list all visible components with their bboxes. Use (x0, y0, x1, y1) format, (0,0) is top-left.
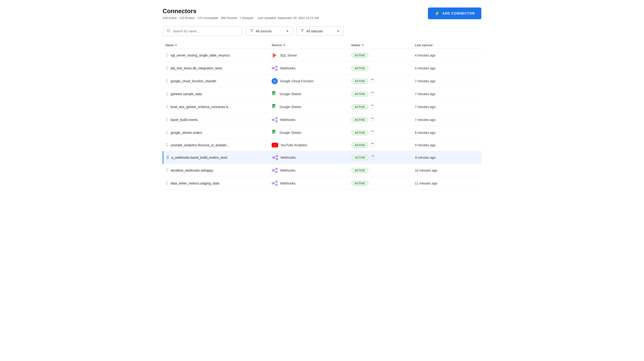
source-name: Webhooks (280, 66, 296, 70)
connector-name: youtube_analytics.ifursova_yt_analytic..… (170, 143, 230, 147)
svg-point-16 (167, 69, 168, 70)
source-name: Webhooks (280, 168, 296, 172)
svg-point-23 (166, 80, 167, 81)
svg-point-108 (272, 182, 274, 184)
add-connector-label: ADD CONNECTOR (442, 12, 475, 15)
row-status-cell: ACTIVE (351, 130, 415, 135)
gsheets-icon (272, 130, 277, 136)
col-last-synced[interactable]: Last synced ↓ (415, 43, 478, 47)
statuses-filter[interactable]: All statuses ▼ (297, 26, 344, 36)
svg-point-32 (167, 92, 168, 92)
table-row[interactable]: sql_server_testing_single_table_resyncs … (163, 49, 481, 62)
col-name[interactable]: Name ⇅ (166, 43, 272, 47)
connector-drag-icon (166, 130, 168, 135)
table-row[interactable]: gsheets.sample_data Google Sheets ACTIVE… (163, 88, 481, 100)
webhooks-icon (272, 117, 278, 123)
status-badge: ACTIVE (351, 117, 369, 122)
add-connector-button[interactable]: ⚡ ADD CONNECTOR (428, 8, 481, 19)
svg-point-104 (166, 184, 167, 184)
svg-line-101 (274, 170, 275, 172)
search-box[interactable] (163, 26, 242, 36)
table-row[interactable]: brad_test_gsheet_schema_connector.b... G… (163, 100, 481, 114)
svg-point-29 (166, 92, 167, 92)
svg-marker-3 (301, 30, 304, 32)
svg-point-18 (276, 66, 277, 68)
row-name-cell: data_writer_metrics.staging_stats (166, 181, 272, 186)
row-last-synced-cell: 9 minutes ago (415, 143, 478, 147)
svg-rect-71 (273, 132, 276, 133)
connector-drag-icon (166, 181, 168, 186)
table-row[interactable]: google_sheets.orders Google Sheets ACTIV… (163, 126, 481, 139)
row-name-cell: a_webhooks.bazel_build_evetns_test1 (166, 155, 272, 160)
connector-drag-icon (166, 118, 168, 122)
svg-point-17 (272, 68, 274, 69)
row-source-cell: SQL Server (272, 52, 351, 58)
svg-point-98 (276, 168, 277, 170)
svg-point-94 (167, 168, 168, 169)
svg-line-1 (169, 32, 170, 32)
sort-icon-source: ⇅ (283, 44, 285, 47)
filter-icon-statuses (301, 29, 304, 33)
svg-point-96 (167, 171, 168, 172)
row-status-cell: ACTIVE (351, 168, 415, 173)
svg-point-40 (166, 105, 167, 106)
table-row[interactable]: a_webhooks.bazel_build_evetns_test1 Webh… (163, 151, 481, 164)
row-last-synced-cell: 4 minutes ago (415, 66, 478, 70)
table-row[interactable]: data_writer_metrics.staging_stats Webhoo… (163, 177, 481, 190)
connector-name: a_webhooks.bazel_build_evetns_test1 (171, 156, 228, 160)
source-name: Webhooks (280, 182, 296, 185)
source-name: SQL Server (280, 54, 297, 57)
row-source-cell: Webhooks (272, 167, 351, 174)
search-input[interactable] (173, 29, 238, 33)
col-source[interactable]: Source ⇅ (272, 43, 351, 47)
table-row[interactable]: youtube_analytics.ifursova_yt_analytic..… (163, 139, 481, 151)
webhooks-icon (272, 154, 278, 160)
row-last-synced-cell: 7 minutes ago (415, 79, 478, 83)
svg-point-54 (167, 118, 168, 118)
connector-drag-icon (166, 79, 168, 84)
svg-point-109 (276, 181, 277, 182)
svg-point-30 (166, 93, 167, 94)
connector-name: pbj_test_times.db_integration_tests (170, 66, 222, 70)
col-status[interactable]: Status ⇅ (351, 43, 415, 47)
sources-filter[interactable]: All sources ▼ (246, 26, 293, 36)
row-last-synced-cell: 7 minutes ago (415, 118, 478, 122)
svg-point-78 (167, 146, 168, 146)
gsheets-icon (272, 104, 277, 110)
row-name-cell: google_sheets.orders (166, 130, 272, 135)
row-status-cell: ACTIVE (351, 142, 415, 148)
table-row[interactable]: alsnkline_webhooks.twhappy Webhooks ACTI… (163, 164, 481, 177)
source-name: Webhooks (280, 156, 296, 160)
table-row[interactable]: pbj_test_times.db_integration_tests Webh… (163, 62, 481, 75)
status-badge: ACTIVE (351, 78, 369, 84)
svg-point-73 (166, 143, 167, 144)
svg-point-8 (167, 54, 168, 55)
status-badge: ACTIVE (351, 181, 369, 186)
status-badge: ACTIVE (351, 53, 369, 58)
svg-line-112 (274, 183, 275, 184)
svg-point-75 (166, 146, 167, 146)
row-source-cell: YouTube Analytics (272, 143, 351, 148)
table-row[interactable]: google_cloud_function_sharath Google Clo… (163, 75, 481, 88)
svg-point-99 (276, 171, 277, 173)
svg-point-43 (167, 105, 168, 106)
table-row[interactable]: bazel_build.events Webhooks ACTIVE 7 min… (163, 114, 481, 126)
svg-point-6 (166, 56, 167, 56)
svg-point-77 (167, 144, 168, 145)
sync-spinner (370, 92, 374, 96)
connector-drag-icon (166, 92, 168, 96)
svg-line-90 (274, 158, 275, 159)
svg-point-52 (166, 119, 167, 120)
svg-point-80 (167, 156, 168, 156)
row-status-cell: ACTIVE (351, 53, 415, 58)
chevron-down-icon-sources: ▼ (286, 30, 289, 33)
svg-line-20 (274, 67, 275, 68)
connector-name: google_sheets.orders (170, 131, 202, 134)
page-subtitle: 248 Active · 125 Broken · 172 Incomplete… (163, 16, 319, 20)
svg-point-57 (272, 119, 274, 121)
svg-point-51 (166, 118, 167, 118)
svg-point-44 (167, 106, 168, 107)
svg-point-34 (167, 94, 168, 95)
svg-rect-50 (273, 108, 276, 108)
row-last-synced-cell: 8 minutes ago (415, 131, 478, 134)
